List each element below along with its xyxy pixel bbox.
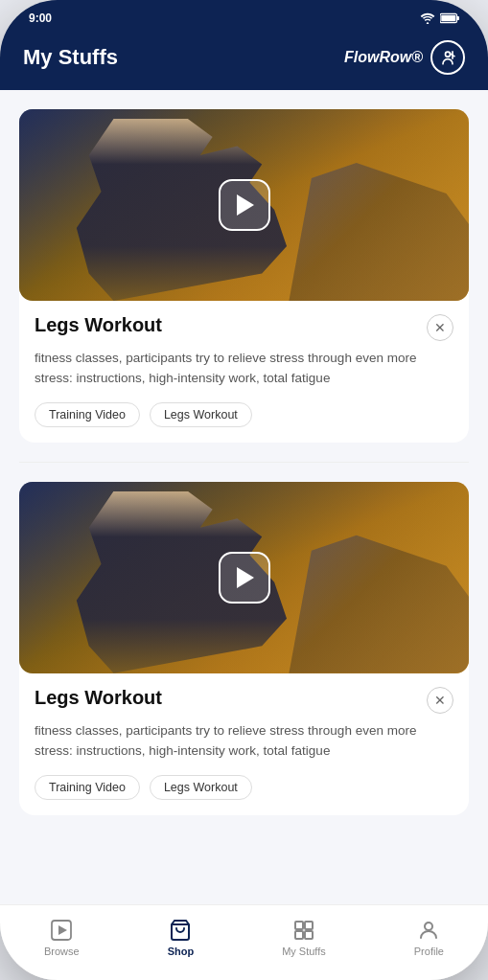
card-description-2: fitness classes, participants try to rel… xyxy=(35,721,453,762)
svg-rect-13 xyxy=(305,931,313,939)
svg-rect-12 xyxy=(295,931,303,939)
play-button-2[interactable] xyxy=(219,552,270,604)
bottom-nav: Browse Shop My Stuffs Prof xyxy=(0,904,488,980)
card-title-1: Legs Workout xyxy=(35,314,162,336)
nav-browse[interactable]: Browse xyxy=(25,915,99,961)
page-title: My Stuffs xyxy=(23,45,118,70)
nav-mystuffs[interactable]: My Stuffs xyxy=(263,915,345,961)
divider xyxy=(19,462,469,463)
wifi-icon xyxy=(420,12,435,24)
workout-card-2: Legs Workout ✕ fitness classes, particip… xyxy=(19,482,469,815)
svg-rect-3 xyxy=(441,15,455,22)
card-title-2: Legs Workout xyxy=(35,687,162,709)
battery-icon xyxy=(440,12,459,24)
card-title-row-2: Legs Workout ✕ xyxy=(35,687,453,714)
svg-point-0 xyxy=(427,22,429,24)
play-button-1[interactable] xyxy=(219,179,270,231)
browse-icon-play xyxy=(50,919,73,942)
video-thumbnail-2[interactable] xyxy=(19,482,469,673)
svg-point-14 xyxy=(425,923,432,930)
app-header: My Stuffs FlowRow® xyxy=(0,33,488,90)
status-icons xyxy=(420,12,459,24)
nav-profile-label: Profile xyxy=(414,946,444,957)
card-title-row-1: Legs Workout ✕ xyxy=(35,314,453,341)
shop-icon xyxy=(169,919,192,942)
nav-mystuffs-label: My Stuffs xyxy=(282,946,326,957)
card-tags-2: Training Video Legs Workout xyxy=(35,775,453,800)
nav-shop[interactable]: Shop xyxy=(149,915,214,961)
header-logo: FlowRow® xyxy=(344,40,465,75)
close-button-2[interactable]: ✕ xyxy=(427,687,453,714)
card-body-2: Legs Workout ✕ fitness classes, particip… xyxy=(19,673,469,815)
brand-name: FlowRow® xyxy=(344,49,423,66)
tag-training-video-1[interactable]: Training Video xyxy=(35,402,140,427)
profile-icon xyxy=(417,919,440,942)
brand-icon xyxy=(430,40,465,75)
card-tags-1: Training Video Legs Workout xyxy=(35,402,453,427)
content-area: Legs Workout ✕ fitness classes, particip… xyxy=(0,90,488,904)
nav-browse-label: Browse xyxy=(44,946,80,957)
status-time: 9:00 xyxy=(29,11,52,25)
tag-legs-workout-2[interactable]: Legs Workout xyxy=(150,775,252,800)
play-icon-1 xyxy=(237,194,254,216)
svg-rect-2 xyxy=(457,16,460,20)
svg-marker-8 xyxy=(58,925,67,935)
mystuffs-icon xyxy=(292,919,315,942)
close-button-1[interactable]: ✕ xyxy=(427,314,453,341)
tag-legs-workout-1[interactable]: Legs Workout xyxy=(150,402,252,427)
card-description-1: fitness classes, participants try to rel… xyxy=(35,349,453,389)
svg-point-4 xyxy=(446,52,451,57)
svg-rect-10 xyxy=(295,922,303,929)
svg-rect-11 xyxy=(305,922,313,929)
video-thumbnail-1[interactable] xyxy=(19,109,469,301)
nav-shop-label: Shop xyxy=(168,946,195,957)
play-icon-2 xyxy=(237,567,254,588)
workout-card-1: Legs Workout ✕ fitness classes, particip… xyxy=(19,109,469,443)
status-bar: 9:00 xyxy=(0,0,488,33)
nav-profile[interactable]: Profile xyxy=(395,915,463,961)
phone-frame: 9:00 My Stuffs FlowRow® xyxy=(0,0,488,980)
tag-training-video-2[interactable]: Training Video xyxy=(35,775,140,800)
card-body-1: Legs Workout ✕ fitness classes, particip… xyxy=(19,301,469,443)
